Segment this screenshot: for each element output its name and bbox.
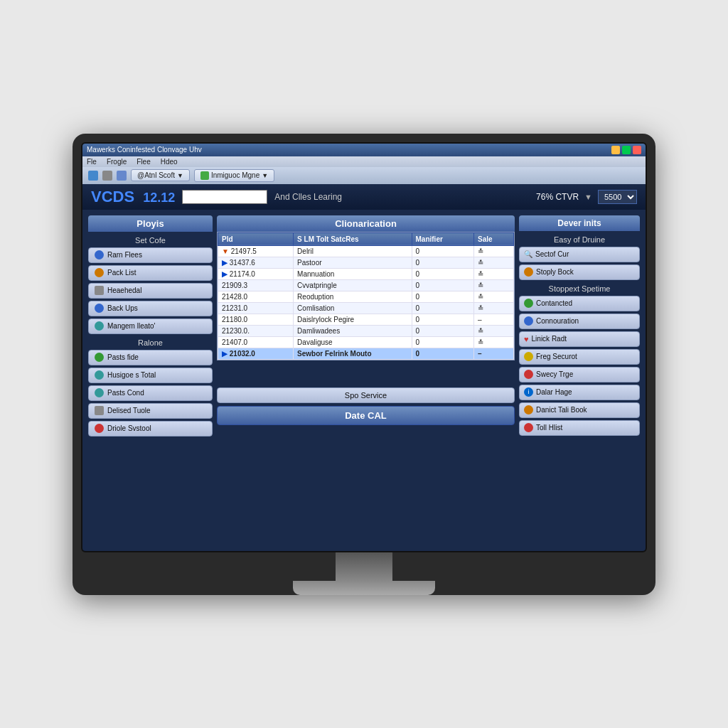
btn-connouration[interactable]: Connouration	[519, 314, 640, 329]
table-row[interactable]: 21180.0 Daislrylock Pegire 0 –	[218, 314, 514, 325]
app-name-vcds: VCDS	[91, 188, 134, 205]
arrow-icon: ▶	[222, 350, 228, 358]
menu-fle[interactable]: Fle	[87, 158, 97, 166]
cell-manifier: 0	[412, 245, 473, 257]
btn-rarn-flees[interactable]: Rarn Flees	[88, 247, 213, 263]
icon-gray-1	[95, 286, 104, 295]
col-header-sale: Sale	[473, 232, 513, 245]
icon-blue-r1	[524, 316, 533, 326]
table-row[interactable]: 21231.0 Comlisation 0 ≛	[218, 302, 514, 314]
table-row[interactable]: 21230.0. Damliwadees 0 ≛	[218, 325, 514, 336]
table-row[interactable]: ▶ 31437.6 Pastoor 0 ≛	[218, 257, 514, 268]
toolbar-btn-2[interactable]: Inmiguoc Mgne ▼	[194, 169, 274, 182]
cell-desc: Davaliguse	[294, 336, 412, 348]
btn-mangem-label: Mangem lleato'	[107, 322, 156, 330]
monitor-stand-base	[293, 581, 435, 595]
icon-green-r1	[524, 299, 533, 308]
table-row[interactable]: ▶ 21174.0 Mannuation 0 ≛	[218, 268, 514, 279]
cell-manifier: 0	[412, 257, 473, 268]
window-controls	[611, 146, 641, 154]
btn-mangem[interactable]: Mangem lleato'	[88, 318, 213, 334]
cell-sale: ≛	[473, 279, 513, 291]
app-header: VCDS 12.12 And Clles Learing 76% CTVR ▼ …	[82, 184, 646, 210]
icon-blue-2	[95, 304, 104, 313]
main-content: Ployis Set Cofe Rarn Flees Pack List Hea…	[82, 210, 646, 551]
cell-sale: ≛	[473, 245, 513, 257]
table-row[interactable]: ▼ 21497.5 Delril 0 ≛	[218, 245, 514, 257]
cell-manifier: 0	[412, 348, 473, 359]
btn-connouration-label: Connouration	[536, 317, 579, 325]
btn-delised-tuole[interactable]: Delised Tuole	[88, 403, 213, 419]
table-spacer	[217, 363, 515, 385]
date-cal-button[interactable]: Date CAL	[217, 406, 515, 425]
btn-husigoe[interactable]: Husigoe s Total	[88, 368, 213, 383]
icon-yellow-r1	[524, 352, 533, 361]
cell-pld: 21909.3	[218, 279, 294, 291]
icon-teal-3	[95, 388, 104, 397]
col-header-pld: Pld	[218, 232, 294, 245]
btn-driole-svstool-label: Driole Svstool	[107, 424, 151, 432]
btn-toll-hlist[interactable]: Toll Hlist	[519, 420, 640, 436]
cell-pld: 21231.0	[218, 302, 294, 314]
header-input[interactable]	[182, 190, 267, 204]
btn-contancted[interactable]: Contancted	[519, 296, 640, 311]
btn-dalar-hage[interactable]: i Dalar Hage	[519, 385, 640, 400]
menu-frogle[interactable]: Frogle	[107, 158, 127, 166]
cell-manifier: 0	[412, 325, 473, 336]
cell-sale: ≛	[473, 325, 513, 336]
btn-sectof-cur[interactable]: 🔍 Sectof Cur	[519, 247, 640, 262]
header-labels: And Clles Learing	[274, 192, 342, 202]
icon-orange-r2	[524, 405, 533, 414]
cell-manifier: 0	[412, 302, 473, 314]
btn-pack-list[interactable]: Pack List	[88, 265, 213, 281]
minimize-button[interactable]	[611, 146, 620, 154]
app-version: 12.12	[143, 191, 175, 205]
table-row[interactable]: 21407.0 Davaliguse 0 ≛	[218, 336, 514, 348]
cell-pld: 21230.0.	[218, 325, 294, 336]
toolbar-btn-1-label: @Atnl Scoft	[137, 171, 175, 179]
toolbar-icon-1	[88, 171, 98, 181]
btn-linick-radt[interactable]: ♥ Linick Radt	[519, 331, 640, 347]
btn-back-ups[interactable]: Back Ups	[88, 301, 213, 316]
cell-desc: Mannuation	[294, 268, 412, 279]
table-row[interactable]: 21428.0 Reoduption 0 ≛	[218, 291, 514, 302]
btn-freg-securot[interactable]: Freg Securot	[519, 349, 640, 365]
cell-desc: Delril	[294, 245, 412, 257]
heart-icon: ♥	[524, 335, 529, 343]
toolbar-btn-1[interactable]: @Atnl Scoft ▼	[131, 169, 190, 181]
right-panel-title: Dever inits	[519, 215, 640, 231]
btn-pasts-cond[interactable]: Pasts Cond	[88, 385, 213, 401]
icon-red-1	[95, 424, 104, 433]
right-section2-label: Stoppext Spetime	[519, 284, 640, 293]
left-panel-title: Ployis	[88, 215, 213, 232]
menu-flee[interactable]: Flee	[136, 158, 150, 166]
maximize-button[interactable]	[622, 146, 631, 154]
header-stat-dropdown[interactable]: 5500	[598, 190, 637, 204]
btn-toll-hlist-label: Toll Hlist	[536, 424, 562, 432]
btn-danict-tali-book[interactable]: Danict Tali Book	[519, 402, 640, 418]
menu-hdeo[interactable]: Hdeo	[161, 158, 178, 166]
header-right: 76% CTVR ▼ 5500	[536, 190, 637, 204]
btn-sectof-cur-label: Sectof Cur	[535, 250, 569, 258]
cell-sale: –	[473, 314, 513, 325]
left-section1-label: Set Cofe	[88, 236, 213, 245]
cell-pld: ▶ 21174.0	[218, 268, 294, 279]
close-button[interactable]	[633, 146, 641, 154]
spo-service-button[interactable]: Spo Service	[217, 387, 515, 403]
btn-stoply-bock[interactable]: Stoply Bock	[519, 264, 640, 280]
table-body: ▼ 21497.5 Delril 0 ≛ ▶ 31437.6 Pastoor 0…	[218, 245, 514, 359]
icon-red-r2	[524, 423, 533, 432]
btn-pasts-fide[interactable]: Pasts fide	[88, 350, 213, 365]
cell-manifier: 0	[412, 291, 473, 302]
cell-manifier: 0	[412, 314, 473, 325]
btn-delised-tuole-label: Delised Tuole	[107, 407, 151, 414]
monitor-stand-neck	[336, 552, 392, 581]
col-header-sum: S LM Tolt SatcRes	[294, 232, 412, 245]
btn-heaehedal[interactable]: Heaehedal	[88, 283, 213, 299]
btn-driole-svstool[interactable]: Driole Svstool	[88, 421, 213, 437]
table-row[interactable]: ▶ 21032.0 Sewbor Felrink Mouto 0 –	[218, 348, 514, 359]
table-row[interactable]: 21909.3 Cvvatpringle 0 ≛	[218, 279, 514, 291]
btn-swecy-trge[interactable]: Swecy Trge	[519, 367, 640, 382]
cell-sale: –	[473, 348, 513, 359]
cell-pld: ▶ 21032.0	[218, 348, 294, 359]
